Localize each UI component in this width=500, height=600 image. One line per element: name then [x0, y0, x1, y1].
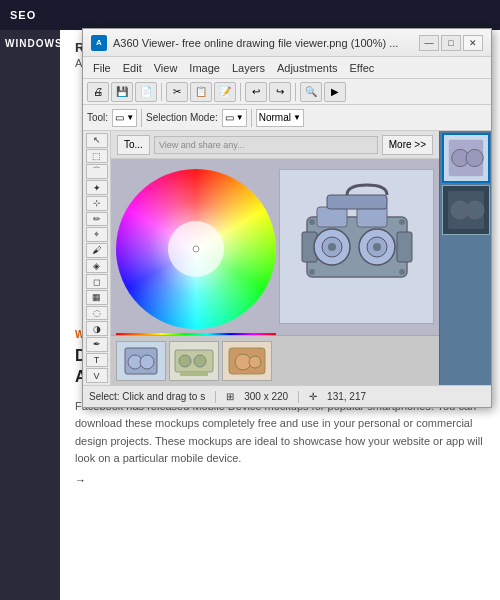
color-wheel-svg	[116, 169, 276, 329]
thumbnail-3[interactable]	[222, 341, 272, 381]
menu-bar: File Edit View Image Layers Adjustments …	[83, 57, 491, 79]
menu-view[interactable]: View	[148, 57, 184, 79]
svg-point-26	[179, 355, 191, 367]
status-select-text: Select: Click and drag to s	[89, 391, 205, 402]
tool-text[interactable]: T	[86, 353, 108, 368]
right-thumb-1[interactable]	[442, 133, 490, 183]
status-divider-1	[215, 391, 216, 403]
menu-layers[interactable]: Layers	[226, 57, 271, 79]
close-button[interactable]: ✕	[463, 35, 483, 51]
tool-crop[interactable]: ⊹	[86, 196, 108, 211]
minimize-button[interactable]: —	[419, 35, 439, 51]
toolbar-sep-3	[295, 83, 296, 101]
tool-dropdown[interactable]: ▭ ▼	[112, 109, 137, 127]
svg-point-40	[466, 201, 484, 219]
svg-point-36	[466, 149, 483, 166]
status-icon-2: ✛	[309, 391, 317, 402]
engine-svg	[287, 177, 427, 317]
tool-select[interactable]: ⬚	[86, 149, 108, 164]
toolbar-1: 🖨 💾 📄 ✂ 📋 📝 ↩ ↪ 🔍 ▶	[83, 79, 491, 105]
toolbar-btn-2[interactable]: 💾	[111, 82, 133, 102]
thumbnail-1[interactable]	[116, 341, 166, 381]
svg-point-27	[194, 355, 206, 367]
canvas-top-bar: To... View and share any... More >>	[111, 131, 439, 159]
left-tool-panel: ↖ ⬚ ⌒ ✦ ⊹ ✏ ⌖ 🖌 ◈ ◻ ▦ ◌ ◑ ✒ T V	[83, 131, 111, 385]
svg-rect-28	[180, 372, 208, 376]
toolbar-sep-2	[240, 83, 241, 101]
tool-pen[interactable]: ✒	[86, 337, 108, 352]
menu-edit[interactable]: Edit	[117, 57, 148, 79]
status-size: 300 x 220	[244, 391, 288, 402]
window-titlebar: A A360 Viewer- free online drawing file …	[83, 29, 491, 57]
toolbar-btn-4[interactable]: ✂	[166, 82, 188, 102]
thumbnail-2[interactable]	[169, 341, 219, 381]
status-bar: Select: Click and drag to s ⊞ 300 x 220 …	[83, 385, 491, 407]
svg-rect-5	[317, 207, 347, 227]
tool-eyedrop[interactable]: ✏	[86, 212, 108, 227]
svg-point-23	[140, 355, 154, 369]
webpage-header: SEO	[0, 0, 500, 30]
toolbar-btn-arrow[interactable]: ▶	[324, 82, 346, 102]
a360-window: A A360 Viewer- free online drawing file …	[82, 28, 492, 408]
selection-mode-label: Selection Mode:	[146, 112, 218, 123]
normal-dropdown[interactable]: Normal ▼	[256, 109, 304, 127]
drawing-canvas[interactable]	[111, 159, 439, 385]
status-icon-1: ⊞	[226, 391, 234, 402]
to-button[interactable]: To...	[117, 135, 150, 155]
tool-label: Tool:	[87, 112, 108, 123]
toolbar-btn-7[interactable]: ↩	[245, 82, 267, 102]
menu-effects[interactable]: Effec	[344, 57, 381, 79]
svg-point-14	[373, 243, 381, 251]
tool-brush[interactable]: 🖌	[86, 243, 108, 258]
tool-magic[interactable]: ✦	[86, 180, 108, 195]
tool-heal[interactable]: ⌖	[86, 227, 108, 242]
tool-eraser[interactable]: ◻	[86, 274, 108, 289]
toolbar-btn-zoom[interactable]: 🔍	[300, 82, 322, 102]
tool-stamp[interactable]: ◈	[86, 259, 108, 274]
status-divider-2	[298, 391, 299, 403]
center-canvas: To... View and share any... More >>	[111, 131, 439, 385]
tool-blur[interactable]: ◌	[86, 306, 108, 321]
svg-point-18	[399, 269, 405, 275]
svg-rect-8	[397, 232, 412, 262]
search-bar[interactable]: View and share any...	[154, 136, 378, 154]
engine-image	[279, 169, 434, 324]
toolbar-btn-5[interactable]: 📋	[190, 82, 212, 102]
tool-dodge[interactable]: ◑	[86, 321, 108, 336]
menu-image[interactable]: Image	[183, 57, 226, 79]
maximize-button[interactable]: □	[441, 35, 461, 51]
more-button[interactable]: More >>	[382, 135, 433, 155]
window-title: A360 Viewer- free online drawing file vi…	[113, 37, 419, 49]
svg-point-15	[309, 219, 315, 225]
toolbar-btn-6[interactable]: 📝	[214, 82, 236, 102]
window-body: ↖ ⬚ ⌒ ✦ ⊹ ✏ ⌖ 🖌 ◈ ◻ ▦ ◌ ◑ ✒ T V To...	[83, 131, 491, 385]
svg-rect-19	[327, 195, 387, 209]
article-body: Facebook has released Mobile Device mock…	[75, 398, 485, 468]
toolbar-btn-1[interactable]: 🖨	[87, 82, 109, 102]
right-thumbnail-panel	[439, 131, 491, 385]
svg-point-3	[193, 246, 199, 252]
toolbar-btn-8[interactable]: ↪	[269, 82, 291, 102]
sidebar-windows-label: WINDOWS	[0, 30, 60, 57]
tool-vector[interactable]: V	[86, 368, 108, 383]
site-title: SEO	[10, 9, 36, 21]
selection-mode-dropdown[interactable]: ▭ ▼	[222, 109, 247, 127]
tool-gradient[interactable]: ▦	[86, 290, 108, 305]
menu-adjustments[interactable]: Adjustments	[271, 57, 344, 79]
menu-file[interactable]: File	[87, 57, 117, 79]
color-wheel-container	[116, 169, 286, 339]
right-thumb-2[interactable]	[442, 185, 490, 235]
svg-point-32	[249, 356, 261, 368]
read-more-link[interactable]: →	[75, 474, 86, 486]
thumbnail-strip	[111, 335, 439, 385]
toolbar-btn-3[interactable]: 📄	[135, 82, 157, 102]
color-wheel	[116, 169, 276, 329]
normal-label: Normal	[259, 112, 291, 123]
toolbar2-sep-2	[251, 109, 252, 127]
toolbar-sep-1	[161, 83, 162, 101]
webpage-sidebar: WINDOWS	[0, 30, 60, 600]
toolbar2-sep-1	[141, 109, 142, 127]
app-icon: A	[91, 35, 107, 51]
tool-arrow[interactable]: ↖	[86, 133, 108, 148]
tool-lasso[interactable]: ⌒	[86, 164, 108, 179]
